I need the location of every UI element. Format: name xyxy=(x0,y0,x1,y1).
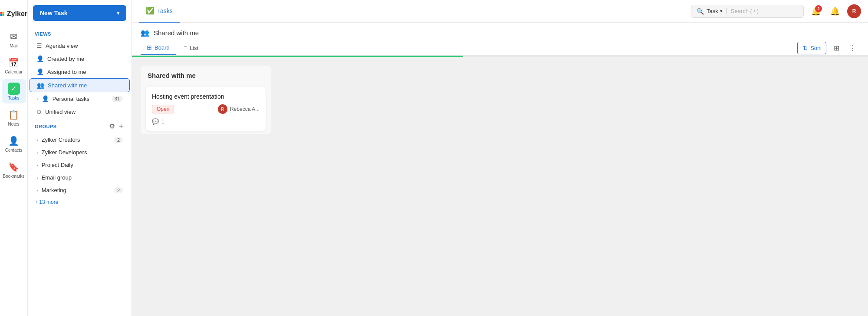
icon-sidebar: Zylker ✉ Mail 📅 Calendar ✓ Tasks 📋 Notes… xyxy=(0,0,28,316)
comment-icon: 💬 xyxy=(152,118,159,125)
search-box[interactable]: 🔍 Task ▾ Search ( / ) xyxy=(691,5,804,18)
sidebar-item-shared-with-me[interactable]: 👥 Shared with me xyxy=(30,78,130,92)
comment-count: 1 xyxy=(161,119,164,125)
ellipsis-icon: ⋮ xyxy=(849,44,856,52)
tab-tasks[interactable]: ✅ Tasks xyxy=(139,0,180,23)
activity-icon: 🔔 xyxy=(830,7,840,16)
content-area: 👥 Shared with me ⊞ Board ≡ List ⇅ Sort ⊞ xyxy=(132,23,868,316)
top-bar: ✅ Tasks 🔍 Task ▾ Search ( / ) 🔔 2 🔔 R xyxy=(132,0,868,23)
task-card-meta: Open R Rebecca A... xyxy=(152,104,260,114)
zylker-creators-badge: 2 xyxy=(114,137,123,143)
zylker-creators-label: Zylker Creators xyxy=(42,136,80,143)
mail-icon: ✉ xyxy=(8,30,20,43)
sidebar-item-personal-tasks[interactable]: › 👤 Personal tasks 31 xyxy=(30,92,130,105)
task-card-footer: 💬 1 xyxy=(152,118,260,125)
sidebar-item-tasks[interactable]: ✓ Tasks xyxy=(2,79,26,103)
sidebar-item-zylker-creators[interactable]: › Zylker Creators 2 xyxy=(30,133,130,146)
sidebar-item-created-by-me[interactable]: 👤 Created by me xyxy=(30,52,130,65)
task-label-text: Task xyxy=(707,8,718,14)
marketing-label: Marketing xyxy=(42,187,66,193)
column-header-shared: Shared with me xyxy=(141,66,271,83)
sort-label: Sort xyxy=(810,45,821,51)
sidebar-item-bookmarks-label: Bookmarks xyxy=(3,174,24,179)
arrow-icon-creators: › xyxy=(36,137,38,143)
sidebar-item-bookmarks[interactable]: 🔖 Bookmarks xyxy=(2,157,26,182)
created-by-me-label: Created by me xyxy=(47,56,84,62)
search-icon: 🔍 xyxy=(697,8,704,15)
user-avatar[interactable]: R xyxy=(847,4,861,18)
page-title: Shared with me xyxy=(154,29,199,37)
brand-logo: Zylker xyxy=(0,4,27,25)
groups-settings-icon[interactable]: ⚙ xyxy=(109,122,115,130)
activity-button[interactable]: 🔔 xyxy=(828,4,842,18)
sidebar-item-notes[interactable]: 📋 Notes xyxy=(2,105,26,130)
board-tab-label: Board xyxy=(155,44,170,51)
search-placeholder-text: Search ( / ) xyxy=(731,8,759,14)
top-bar-left: ✅ Tasks xyxy=(139,0,180,23)
svg-rect-2 xyxy=(0,14,2,16)
sidebar-item-tasks-label: Tasks xyxy=(8,96,20,100)
sidebar-item-zylker-developers[interactable]: › Zylker Developers xyxy=(30,146,130,159)
brand-name: Zylker xyxy=(7,10,27,18)
user-icon: 👤 xyxy=(36,55,44,62)
calendar-icon: 📅 xyxy=(8,57,20,69)
sidebar-item-agenda-view[interactable]: ☰ Agenda view xyxy=(30,39,130,52)
search-task-label[interactable]: Task ▾ xyxy=(707,8,727,14)
sidebar-item-mail-label: Mail xyxy=(10,43,17,48)
avatar-initial: R xyxy=(852,8,856,14)
grid-view-button[interactable]: ⊞ xyxy=(830,41,843,54)
assignee: R Rebecca A... xyxy=(218,104,260,114)
view-tabs: ⊞ Board ≡ List ⇅ Sort ⊞ ⋮ xyxy=(132,37,868,56)
sidebar-item-mail[interactable]: ✉ Mail xyxy=(2,27,26,51)
zylker-developers-label: Zylker Developers xyxy=(42,149,87,156)
task-card[interactable]: Hosting event presentation Open R Rebecc… xyxy=(146,87,266,131)
assigned-to-me-label: Assigned to me xyxy=(47,69,86,75)
personal-tasks-label: Personal tasks xyxy=(53,96,89,102)
shared-icon: 👥 xyxy=(37,82,44,89)
task-card-title: Hosting event presentation xyxy=(152,93,260,100)
sidebar-item-contacts-label: Contacts xyxy=(5,148,22,153)
grid-icon: ⊞ xyxy=(834,44,839,52)
sidebar-item-email-group[interactable]: › Email group xyxy=(30,171,130,184)
sidebar-item-project-daily[interactable]: › Project Daily xyxy=(30,159,130,171)
more-groups-link[interactable]: + 13 more xyxy=(28,196,132,208)
notifications-button[interactable]: 🔔 2 xyxy=(809,4,823,18)
chevron-down-icon: ▾ xyxy=(117,10,119,16)
shared-with-me-label: Shared with me xyxy=(48,82,87,89)
unified-icon: ⊙ xyxy=(36,108,42,115)
page-header: 👥 Shared with me xyxy=(132,23,868,37)
board-icon: ⊞ xyxy=(147,44,152,51)
sidebar-item-unified-view[interactable]: ⊙ Unified view xyxy=(30,105,130,118)
sidebar-item-marketing[interactable]: › Marketing 2 xyxy=(30,184,130,196)
tasks-icon: ✓ xyxy=(8,83,20,95)
board-area: Shared with me Hosting event presentatio… xyxy=(132,57,868,316)
tab-list[interactable]: ≡ List xyxy=(178,41,204,55)
groups-section-label: GROUPS xyxy=(35,124,57,129)
groups-add-icon[interactable]: ＋ xyxy=(118,122,125,131)
svg-rect-3 xyxy=(2,14,4,16)
groups-header: GROUPS ⚙ ＋ xyxy=(28,118,132,133)
sidebar-item-assigned-to-me[interactable]: 👤 Assigned to me xyxy=(30,65,130,78)
sidebar-item-calendar[interactable]: 📅 Calendar xyxy=(2,53,26,77)
main-content: ✅ Tasks 🔍 Task ▾ Search ( / ) 🔔 2 🔔 R xyxy=(132,0,868,316)
progress-bar xyxy=(132,56,868,57)
marketing-badge: 2 xyxy=(114,187,123,193)
new-task-button[interactable]: New Task ▾ xyxy=(33,5,126,21)
status-badge: Open xyxy=(152,105,174,113)
arrow-icon-project: › xyxy=(36,163,38,168)
sort-button[interactable]: ⇅ Sort xyxy=(797,42,826,54)
personal-icon: 👤 xyxy=(42,95,49,102)
unified-view-label: Unified view xyxy=(45,109,76,115)
arrow-icon-devs: › xyxy=(36,150,38,155)
sort-icon: ⇅ xyxy=(803,45,808,51)
progress-bar-fill xyxy=(132,56,463,57)
project-daily-label: Project Daily xyxy=(42,162,73,168)
svg-rect-0 xyxy=(0,12,2,13)
sidebar-item-contacts[interactable]: 👤 Contacts xyxy=(2,131,26,156)
new-task-label: New Task xyxy=(40,10,68,17)
more-options-button[interactable]: ⋮ xyxy=(846,41,859,54)
tasks-check-icon: ✅ xyxy=(146,7,155,15)
tab-board[interactable]: ⊞ Board xyxy=(141,40,176,55)
arrow-icon: › xyxy=(36,96,38,101)
left-panel: New Task ▾ VIEWS ☰ Agenda view 👤 Created… xyxy=(28,0,132,316)
